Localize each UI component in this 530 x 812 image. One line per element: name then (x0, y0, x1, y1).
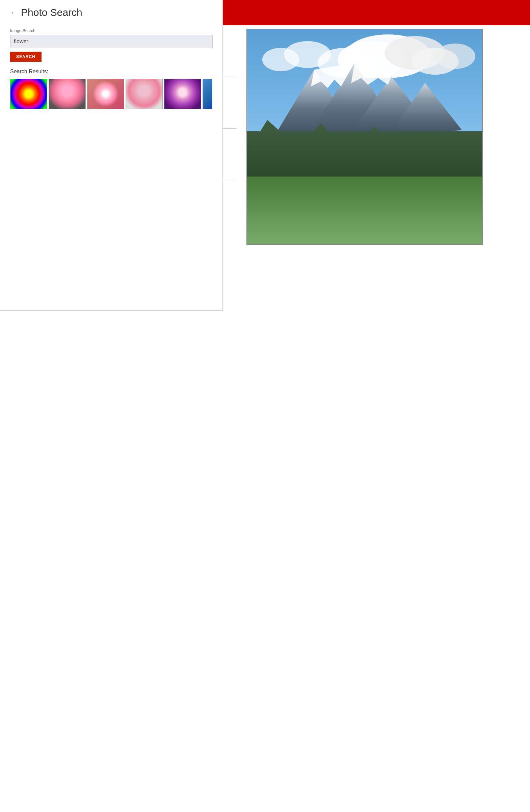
search-input[interactable] (10, 35, 213, 48)
thumbnail-2[interactable] (49, 79, 86, 109)
svg-point-20 (247, 177, 482, 244)
preview-image-container (247, 29, 483, 245)
search-label: Image Search (10, 28, 212, 33)
search-section: Image Search SEARCH (10, 28, 212, 62)
back-arrow-icon[interactable]: ← (10, 9, 17, 16)
thumbnail-5[interactable] (164, 79, 201, 109)
divider-3 (223, 179, 236, 179)
divider-2 (223, 128, 236, 129)
thumbnail-6[interactable] (203, 79, 212, 109)
search-button[interactable]: SEARCH (10, 52, 42, 62)
svg-point-22 (247, 190, 321, 217)
divider-1 (223, 78, 236, 78)
svg-point-23 (304, 195, 425, 219)
preview-image (247, 29, 482, 244)
thumbnail-4[interactable] (126, 79, 163, 109)
thumbnail-3[interactable] (87, 79, 124, 109)
svg-rect-25 (247, 217, 482, 244)
thumbnail-1[interactable] (10, 79, 47, 109)
header: ← Photo Search (10, 7, 212, 18)
svg-point-7 (435, 44, 475, 69)
svg-rect-26 (247, 231, 482, 244)
svg-point-17 (247, 152, 304, 189)
page-title: Photo Search (21, 7, 83, 18)
results-label: Search Results: (10, 69, 212, 75)
svg-point-16 (247, 157, 274, 190)
svg-marker-15 (247, 120, 482, 174)
mountain-svg (247, 29, 482, 244)
svg-point-18 (278, 157, 331, 190)
right-panel (247, 25, 510, 245)
results-section: Search Results: (10, 69, 212, 109)
svg-point-8 (262, 48, 299, 72)
svg-rect-21 (247, 194, 482, 244)
results-grid (10, 79, 212, 109)
svg-point-19 (247, 148, 291, 189)
top-red-bar (223, 0, 530, 25)
svg-point-24 (408, 189, 482, 215)
left-panel: ← Photo Search Image Search SEARCH Searc… (0, 0, 223, 310)
